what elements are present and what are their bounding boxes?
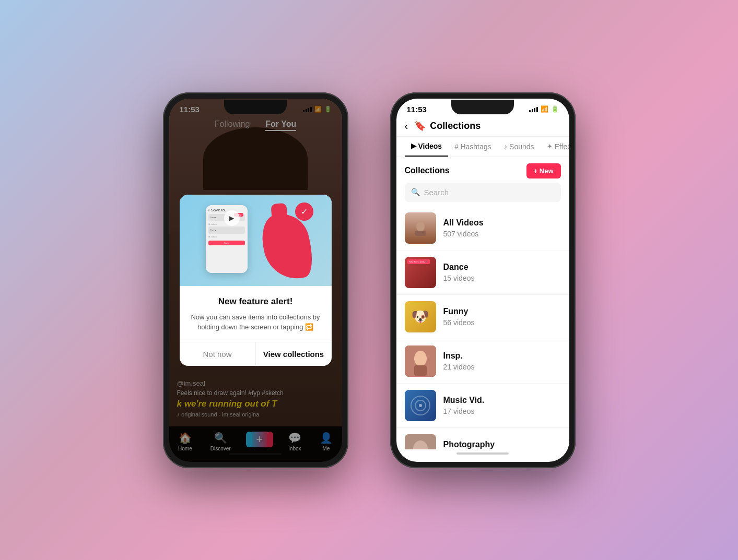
signal-bar-r2 [532,109,533,112]
signal-bar-r4 [536,107,538,112]
tab-effects-label: Effects [555,142,569,151]
phone-notch-right [451,100,514,114]
thumb-insp-inner [405,345,436,377]
thumb-dance-inner: New Trend adds 🎵 [405,257,436,288]
signal-bars-right [529,106,538,112]
collection-info-all-videos: All Videos 507 videos [443,218,561,238]
thumb-all-videos-inner [405,212,436,244]
collection-count-dance: 15 videos [443,274,561,282]
modal-title: New feature alert! [190,296,321,307]
check-circle-icon: ✓ [295,202,313,221]
search-input[interactable]: Search [424,188,449,197]
collection-count-music-vid: 17 videos [443,407,561,415]
collections-list: All Videos 507 videos New Trend adds 🎵 D… [396,206,569,449]
svg-point-3 [414,351,427,366]
collection-name-funny: Funny [443,307,561,316]
modal-illustration-inner: ‹ Save to + New Dance 0k videos Funny 0k… [180,195,332,286]
mini-save-button: Save [208,241,245,245]
search-icon: 🔍 [411,188,420,196]
collection-insp[interactable]: Insp. 21 videos [396,339,569,384]
tab-hashtags[interactable]: # Hashtags [448,137,497,157]
signal-bar-r3 [534,108,535,112]
svg-point-0 [416,221,425,232]
collection-name-photography: Photography [443,440,561,449]
hashtag-tab-icon: # [454,142,458,150]
dance-badge: New Trend adds 🎵 [407,259,430,264]
thumb-dance: New Trend adds 🎵 [405,257,436,288]
tab-hashtags-label: Hashtags [460,142,491,151]
tab-sounds-label: Sounds [509,142,534,151]
thumb-photography [405,434,436,449]
modal-overlay: ‹ Save to + New Dance 0k videos Funny 0k… [169,99,342,462]
collection-info-insp: Insp. 21 videos [443,351,561,371]
mini-back-arrow: ‹ Save to [208,208,245,212]
collection-count-all-videos: 507 videos [443,230,561,238]
collection-music-vid[interactable]: Music Vid. 17 videos [396,384,569,428]
collections-header: ‹ 🔖 Collections [396,116,569,137]
collection-info-photography: Photography 45 videos [443,440,561,449]
tab-effects[interactable]: ✦ Effects [541,137,569,157]
thumb-photo-inner [405,434,436,449]
modal-buttons: Not now View collections [180,342,332,366]
svg-rect-1 [415,231,426,236]
search-bar[interactable]: 🔍 Search [405,183,561,202]
photo-thumb-svg [405,434,436,449]
collection-funny[interactable]: 🐶 Funny 56 videos [396,295,569,339]
collection-dance[interactable]: New Trend adds 🎵 Dance 15 videos [396,251,569,295]
header-title: Collections [430,121,560,132]
thumb-insp [405,345,436,377]
thumb-music-inner [405,390,436,421]
battery-icon-right: 🔋 [551,105,559,113]
insp-thumb-svg [405,345,436,377]
effects-tab-icon: ✦ [547,142,553,150]
tab-videos[interactable]: ▶ Videos [405,137,449,157]
all-videos-thumb-svg [413,220,428,236]
svg-rect-4 [414,365,427,376]
status-time-right: 11:53 [407,105,427,114]
collection-photography[interactable]: Photography 45 videos [396,428,569,449]
collections-screen: 11:53 📶 🔋 ‹ 🔖 Collections [396,99,569,462]
mini-funny-count: 0k videos [208,235,245,238]
toolbar-title: Collections [405,166,450,175]
collection-name-music-vid: Music Vid. [443,396,561,405]
modal-content: New feature alert! Now you can save item… [180,286,332,366]
svg-point-7 [419,404,422,407]
back-button[interactable]: ‹ [405,120,408,132]
collection-info-music-vid: Music Vid. 17 videos [443,396,561,415]
sounds-tab-icon: ♪ [504,142,508,150]
collection-info-funny: Funny 56 videos [443,307,561,327]
mini-row-funny: Funny [208,227,245,234]
play-circle-icon: ▶ [224,210,240,226]
collection-count-funny: 56 videos [443,318,561,327]
collection-name-dance: Dance [443,263,561,272]
left-phone-screen: 11:53 📶 🔋 Following For You [169,99,342,462]
view-collections-button[interactable]: View collections [256,342,332,366]
modal-illustration: ‹ Save to + New Dance 0k videos Funny 0k… [180,195,332,286]
collection-info-dance: Dance 15 videos [443,263,561,282]
feature-alert-modal: ‹ Save to + New Dance 0k videos Funny 0k… [180,195,332,366]
wifi-icon-right: 📶 [541,105,548,113]
not-now-button[interactable]: Not now [180,342,256,366]
video-tab-icon: ▶ [411,142,416,150]
thumb-funny-inner: 🐶 [405,301,436,332]
tab-sounds[interactable]: ♪ Sounds [498,137,541,157]
tabs-bar: ▶ Videos # Hashtags ♪ Sounds ✦ Effects [396,137,569,157]
right-phone: 11:53 📶 🔋 ‹ 🔖 Collections [390,92,576,468]
thumb-music-vid [405,390,436,421]
thumb-all-videos [405,212,436,244]
collection-all-videos[interactable]: All Videos 507 videos [396,206,569,251]
signal-bar-r1 [529,110,531,112]
thumb-funny: 🐶 [405,301,436,332]
right-phone-screen: 11:53 📶 🔋 ‹ 🔖 Collections [396,99,569,462]
collection-count-insp: 21 videos [443,363,561,371]
music-thumb-svg [410,395,431,416]
home-indicator-right [456,452,509,455]
status-icons-right: 📶 🔋 [529,105,559,113]
collection-name-insp: Insp. [443,351,561,361]
bookmark-icon: 🔖 [414,120,426,132]
new-collection-button[interactable]: + New [526,163,561,178]
modal-description: Now you can save items into collections … [190,312,321,332]
tab-videos-label: Videos [418,142,442,150]
left-phone: 11:53 📶 🔋 Following For You [163,92,348,468]
collections-toolbar: Collections + New [396,157,569,183]
